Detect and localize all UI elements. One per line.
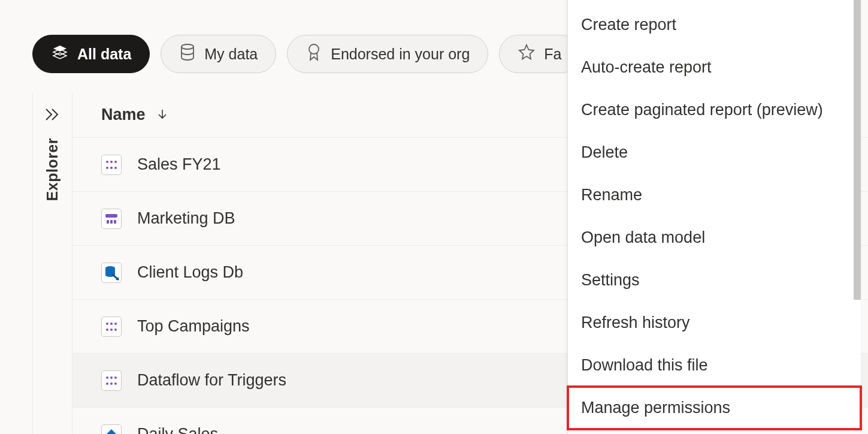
svg-point-5 [106, 167, 108, 169]
svg-point-35 [110, 382, 113, 385]
ribbon-icon [306, 43, 322, 65]
svg-point-27 [114, 328, 117, 331]
context-menu: Create reportAuto-create reportCreate pa… [567, 0, 861, 434]
svg-point-32 [110, 376, 113, 379]
menu-item-refresh-history[interactable]: Refresh history [568, 302, 861, 344]
svg-point-22 [106, 323, 108, 325]
expand-rail-icon[interactable] [45, 108, 61, 123]
menu-item-create-paginated-report-preview-[interactable]: Create paginated report (preview) [568, 89, 861, 131]
svg-rect-12 [107, 220, 109, 224]
sort-arrow-icon [156, 106, 168, 124]
context-menu-scrollbar[interactable] [854, 0, 861, 300]
svg-point-25 [106, 328, 108, 331]
database-icon [179, 43, 196, 65]
svg-point-1 [309, 44, 319, 54]
menu-item-auto-create-report[interactable]: Auto-create report [568, 46, 861, 89]
svg-rect-13 [110, 220, 113, 224]
column-header-label: Name [101, 106, 146, 124]
svg-point-6 [110, 167, 113, 169]
menu-list: Create reportAuto-create reportCreate pa… [568, 0, 861, 429]
explorer-label: Explorer [44, 138, 61, 201]
stack-icon [51, 44, 69, 64]
menu-item-rename[interactable]: Rename [568, 174, 861, 216]
pill-label: Fa [544, 46, 561, 63]
menu-item-create-report[interactable]: Create report [568, 4, 861, 46]
explorer-rail: Explorer [33, 92, 72, 434]
svg-point-7 [114, 167, 117, 169]
menu-item-settings[interactable]: Settings [568, 259, 861, 302]
sqldb-icon [101, 263, 122, 283]
svg-point-4 [114, 161, 117, 163]
diamond-icon [101, 424, 122, 435]
svg-point-24 [114, 323, 117, 325]
dataset-icon [101, 370, 122, 391]
menu-item-delete[interactable]: Delete [568, 131, 861, 174]
svg-point-36 [114, 382, 117, 385]
pill-label: All data [77, 46, 131, 63]
pill-label: My data [204, 46, 258, 63]
pill-label: Endorsed in your org [331, 46, 470, 63]
svg-rect-14 [114, 220, 116, 224]
menu-item-download-this-file[interactable]: Download this file [568, 344, 861, 387]
svg-point-31 [106, 376, 108, 379]
filter-pill-all-data[interactable]: All data [32, 35, 150, 73]
datamart-icon [101, 209, 122, 229]
svg-point-0 [182, 44, 193, 49]
filter-pill-endorsed-in-your-org[interactable]: Endorsed in your org [287, 35, 488, 73]
svg-point-23 [110, 323, 113, 325]
dataset-icon [101, 155, 122, 175]
menu-item-open-data-model[interactable]: Open data model [568, 216, 861, 259]
svg-point-3 [110, 161, 113, 163]
star-icon [518, 43, 536, 65]
menu-item-manage-permissions[interactable]: Manage permissions [568, 387, 861, 429]
dataset-icon [101, 317, 122, 337]
svg-point-34 [106, 382, 108, 385]
svg-rect-11 [105, 214, 117, 218]
svg-point-33 [114, 376, 117, 379]
svg-point-26 [110, 328, 113, 331]
svg-point-2 [106, 161, 108, 163]
filter-pill-my-data[interactable]: My data [161, 35, 276, 73]
